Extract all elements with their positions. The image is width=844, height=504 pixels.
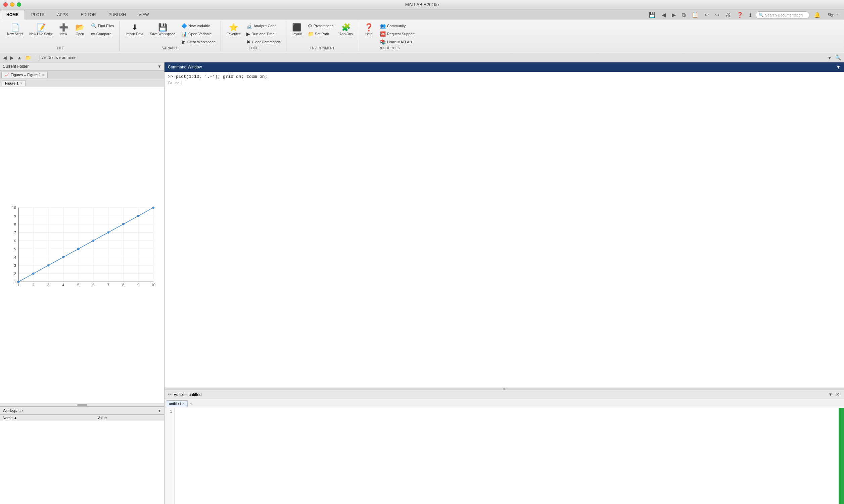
address-search-button[interactable]: 🔍 (834, 55, 842, 61)
community-button[interactable]: 👥 Community (378, 22, 417, 30)
editor-icon: ✏ (168, 392, 172, 397)
editor-header-title: ✏ Editor – untitled (168, 392, 201, 397)
window-controls (3, 2, 21, 7)
editor-tab-untitled[interactable]: untitled ✕ (166, 400, 188, 407)
editor-line-numbers: 1 (164, 408, 175, 504)
figure-scrollbar[interactable] (0, 403, 164, 406)
close-button[interactable] (3, 2, 8, 7)
editor-close-button[interactable]: ✕ (835, 392, 841, 397)
figure-scroll-thumb[interactable] (77, 404, 87, 406)
clear-commands-button[interactable]: ✖ Clear Commands (244, 38, 283, 46)
address-expand-button[interactable]: ▼ (826, 55, 833, 61)
svg-text:5: 5 (77, 283, 79, 287)
set-path-button[interactable]: 📁 Set Path (305, 30, 336, 38)
compare-icon: ⇄ (91, 31, 95, 37)
figure-tab-label: Figures – Figure 1 (11, 73, 41, 77)
variable-buttons: ⬇ Import Data 💾 Save Workspace 🔷 New Var… (123, 22, 218, 46)
clear-workspace-button[interactable]: 🗑 Clear Workspace (179, 38, 218, 46)
tab-apps[interactable]: APPS (51, 10, 74, 19)
editor-code-area[interactable] (175, 408, 839, 504)
cmd-scroll-indicator[interactable] (164, 388, 844, 390)
tab-editor[interactable]: EDITOR (74, 10, 102, 19)
undo2-icon[interactable]: ↩ (703, 11, 710, 19)
resources-buttons: ❓ Help 👥 Community 🆘 Request Support 📚 L… (362, 22, 417, 46)
redo2-icon[interactable]: ↪ (713, 11, 721, 19)
browse-button[interactable]: 📁 (24, 55, 32, 61)
path-admin[interactable]: admin (62, 55, 73, 60)
maximize-button[interactable] (17, 2, 21, 7)
command-window-expand[interactable]: ▼ (836, 65, 841, 70)
tab-view[interactable]: VIEW (132, 10, 155, 19)
svg-text:8: 8 (14, 222, 16, 226)
svg-point-27 (92, 239, 95, 242)
file-section: 📄 New Script 📝 New Live Script ➕ New 📂 O… (2, 21, 120, 51)
minimize-button[interactable] (10, 2, 14, 7)
path-root[interactable]: / (42, 55, 43, 60)
new-script-button[interactable]: 📄 New Script (5, 22, 25, 38)
figure-1-tab[interactable]: Figure 1 ✕ (2, 80, 25, 86)
svg-text:4: 4 (63, 283, 65, 287)
svg-point-29 (122, 223, 125, 226)
left-panel: Current Folder ▼ 📈 Figures – Figure 1 ✕ … (0, 62, 164, 504)
new-live-script-button[interactable]: 📝 New Live Script (27, 22, 55, 38)
find-files-button[interactable]: 🔍 Find Files (89, 22, 117, 30)
request-support-button[interactable]: 🆘 Request Support (378, 30, 417, 38)
add-ons-button[interactable]: 🧩 Add-Ons (337, 22, 355, 38)
run-and-time-button[interactable]: ▶ Run and Time (244, 30, 283, 38)
layout-button[interactable]: ⬛ Layout (289, 22, 304, 38)
folder-menu-button[interactable]: ▼ (157, 64, 161, 69)
editor-tab-close[interactable]: ✕ (182, 402, 184, 406)
up-button[interactable]: ▲ (16, 55, 23, 61)
tab-home[interactable]: HOME (0, 10, 25, 19)
command-window-title: Command Window (168, 65, 202, 70)
save-workspace-button[interactable]: 💾 Save Workspace (148, 22, 178, 38)
redo-icon[interactable]: ▶ (670, 11, 678, 19)
new-live-script-icon: 📝 (37, 24, 46, 31)
toolbar-right: 💾 ◀ ▶ ⧉ 📋 ↩ ↪ 🖨 ❓ ℹ 🔍 🔔 Sign In (645, 11, 844, 19)
search-input[interactable] (765, 13, 806, 17)
import-data-button[interactable]: ⬇ Import Data (123, 22, 146, 38)
notification-icon[interactable]: 🔔 (812, 11, 822, 19)
figure-1-label: Figure 1 (5, 81, 18, 85)
file-buttons: 📄 New Script 📝 New Live Script ➕ New 📂 O… (5, 22, 117, 46)
figure-tabs: 📈 Figures – Figure 1 ✕ (0, 70, 164, 79)
new-variable-button[interactable]: 🔷 New Variable (179, 22, 218, 30)
help-icon[interactable]: ❓ (735, 11, 745, 19)
open-button[interactable]: 📂 Open (72, 22, 87, 38)
search-icon: 🔍 (759, 13, 764, 17)
figure-1-close[interactable]: ✕ (20, 82, 22, 85)
favorites-button[interactable]: ⭐ Favorites (224, 22, 243, 38)
new-icon: ➕ (59, 24, 68, 31)
compare-button[interactable]: ⇄ Compare (89, 30, 117, 38)
workspace-value-header[interactable]: Value (95, 415, 164, 421)
editor-minimize-button[interactable]: ▼ (827, 392, 833, 397)
editor-tab-add[interactable]: + (188, 401, 194, 407)
learn-matlab-button[interactable]: 📚 Learn MATLAB (378, 38, 417, 46)
workspace-name-header[interactable]: Name ▲ (0, 415, 95, 421)
path-users[interactable]: Users (47, 55, 58, 60)
open-variable-button[interactable]: 📊 Open Variable (179, 30, 218, 38)
paste-icon[interactable]: 📋 (690, 11, 700, 19)
info-icon[interactable]: ℹ (748, 11, 753, 19)
svg-point-31 (152, 206, 155, 209)
tab-publish[interactable]: PUBLISH (102, 10, 132, 19)
forward-button[interactable]: ▶ (9, 55, 15, 61)
new-button[interactable]: ➕ New (56, 22, 71, 38)
analyze-code-button[interactable]: 🔬 Analyze Code (244, 22, 283, 30)
preferences-button[interactable]: ⚙ Preferences (305, 22, 336, 30)
figure-tab-close[interactable]: ✕ (42, 73, 45, 77)
print-icon[interactable]: 🖨 (723, 11, 732, 19)
env-small-buttons: ⚙ Preferences 📁 Set Path (305, 22, 336, 38)
tab-plots[interactable]: PLOTS (25, 10, 51, 19)
command-window-content[interactable]: >> plot(1:10, '.-'); grid on; zoom on; f… (164, 72, 844, 388)
workspace-menu-button[interactable]: ▼ (157, 408, 161, 413)
figure-tab[interactable]: 📈 Figures – Figure 1 ✕ (1, 71, 48, 78)
undo-icon[interactable]: ◀ (660, 11, 667, 19)
help-toolbar-button[interactable]: ❓ Help (362, 22, 376, 38)
save-icon[interactable]: 💾 (647, 11, 657, 19)
collapse-button[interactable]: ⬜ (33, 55, 41, 61)
sign-in-button[interactable]: Sign In (825, 12, 841, 18)
copy-icon[interactable]: ⧉ (680, 11, 687, 19)
back-button[interactable]: ◀ (2, 55, 8, 61)
command-line-1: >> plot(1:10, '.-'); grid on; zoom on; (168, 74, 841, 80)
